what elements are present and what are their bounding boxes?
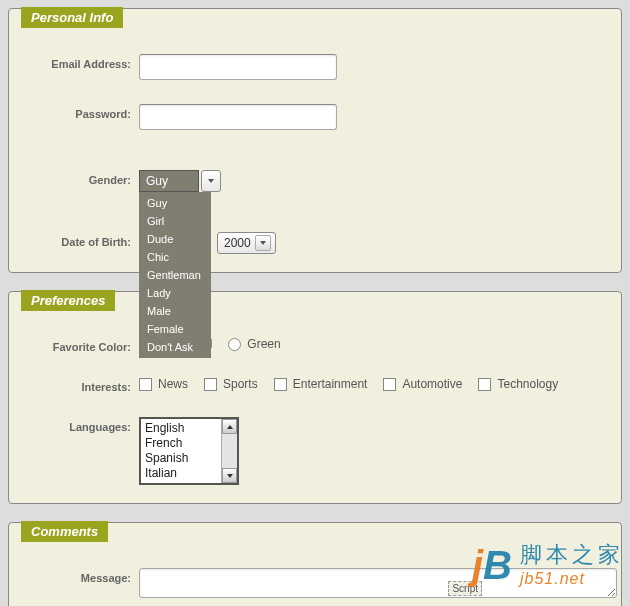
scroll-up-icon[interactable] — [222, 419, 237, 434]
gender-option[interactable]: Female — [139, 320, 211, 338]
comments-fieldset: Comments Message: — [8, 522, 622, 606]
personal-info-legend: Personal Info — [21, 7, 123, 28]
gender-option[interactable]: Girl — [139, 212, 211, 230]
gender-dropdown-list: Guy Girl Dude Chic Gentleman Lady Male F… — [139, 192, 211, 358]
interest-entertainment-checkbox[interactable] — [274, 378, 287, 391]
interests-label: Interests: — [9, 377, 139, 393]
gender-option[interactable]: Male — [139, 302, 211, 320]
languages-listbox[interactable]: English French Spanish Italian — [139, 417, 239, 485]
languages-label: Languages: — [9, 417, 139, 433]
script-badge: Script — [448, 581, 482, 596]
message-label: Message: — [9, 568, 139, 584]
gender-select[interactable]: Guy Guy Girl Dude Chic Gentleman Lady Ma… — [139, 170, 199, 192]
dob-label: Date of Birth: — [9, 232, 139, 248]
scroll-down-icon[interactable] — [222, 468, 237, 483]
interest-label: Automotive — [402, 377, 462, 391]
interest-label: Sports — [223, 377, 258, 391]
favcolor-label: Favorite Color: — [9, 337, 139, 353]
email-label: Email Address: — [9, 54, 139, 70]
interest-label: Entertainment — [293, 377, 368, 391]
preferences-fieldset: Preferences Favorite Color: ed Green Int… — [8, 291, 622, 504]
gender-option[interactable]: Lady — [139, 284, 211, 302]
language-option[interactable]: French — [143, 436, 219, 451]
gender-option[interactable]: Chic — [139, 248, 211, 266]
email-input[interactable] — [139, 54, 337, 80]
interest-label: News — [158, 377, 188, 391]
interest-label: Technology — [497, 377, 558, 391]
gender-option[interactable]: Gentleman — [139, 266, 211, 284]
message-textarea[interactable] — [139, 568, 617, 598]
personal-info-fieldset: Personal Info Email Address: Password: G… — [8, 8, 622, 273]
interest-technology-checkbox[interactable] — [478, 378, 491, 391]
interest-automotive-checkbox[interactable] — [383, 378, 396, 391]
language-option[interactable]: Italian — [143, 466, 219, 481]
dob-year-value: 2000 — [224, 236, 251, 250]
interest-news-checkbox[interactable] — [139, 378, 152, 391]
gender-option[interactable]: Dude — [139, 230, 211, 248]
languages-scrollbar[interactable] — [221, 419, 237, 483]
language-option[interactable]: Spanish — [143, 451, 219, 466]
gender-option[interactable]: Guy — [139, 194, 211, 212]
dob-year-select[interactable]: 2000 — [217, 232, 276, 254]
gender-label: Gender: — [9, 170, 139, 186]
gender-option[interactable]: Don't Ask — [139, 338, 211, 356]
password-input[interactable] — [139, 104, 337, 130]
gender-dropdown-button[interactable] — [201, 170, 221, 192]
language-option[interactable]: English — [143, 421, 219, 436]
preferences-legend: Preferences — [21, 290, 115, 311]
comments-legend: Comments — [21, 521, 108, 542]
gender-selected-value: Guy — [146, 174, 168, 188]
password-label: Password: — [9, 104, 139, 120]
favcolor-green-label: Green — [247, 337, 280, 351]
chevron-down-icon — [255, 235, 271, 251]
interest-sports-checkbox[interactable] — [204, 378, 217, 391]
favcolor-green-radio[interactable] — [228, 338, 241, 351]
